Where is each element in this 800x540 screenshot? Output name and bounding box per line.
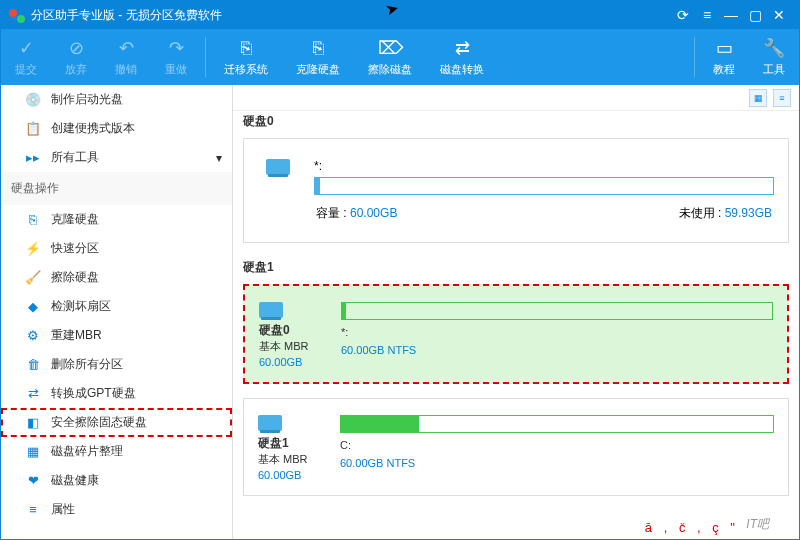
item-icon: ⎘ — [25, 212, 41, 228]
sidebar-op-item-0[interactable]: ⎘克隆硬盘 — [1, 205, 232, 234]
partition-bar — [341, 302, 773, 320]
sidebar-top-item-1[interactable]: 📋创建便携式版本 — [1, 114, 232, 143]
disk1-title: 硬盘1 — [233, 257, 799, 278]
clone-button[interactable]: ⎘克隆硬盘 — [282, 29, 354, 85]
disk-name: 硬盘1 — [258, 435, 289, 452]
part-letter: *: — [341, 326, 348, 338]
maximize-icon[interactable]: ▢ — [743, 3, 767, 27]
disk0-summary[interactable]: *: 容量 : 60.00GB 未使用 : 59.93GB — [243, 138, 789, 243]
item-icon: ◧ — [25, 415, 41, 431]
minimize-icon[interactable]: ― — [719, 3, 743, 27]
item-label: 快速分区 — [51, 240, 99, 257]
disk0-part-label: *: — [314, 159, 774, 173]
wrench-icon: 🔧 — [763, 37, 785, 59]
item-label: 磁盘健康 — [51, 472, 99, 489]
redo-button[interactable]: ↷重做 — [151, 29, 201, 85]
commit-button[interactable]: ✓提交 — [1, 29, 51, 85]
migrate-icon: ⎘ — [241, 37, 252, 59]
chevron-down-icon: ▾ — [216, 151, 222, 165]
item-icon: ⚙ — [25, 328, 41, 344]
check-icon: ✓ — [19, 37, 34, 59]
item-icon: 💿 — [25, 92, 41, 108]
disk-type: 基本 MBR — [259, 339, 309, 354]
item-icon: ≡ — [25, 502, 41, 518]
disk-card-0[interactable]: 硬盘0 基本 MBR 60.00GB *: 60.00GB NTFS — [243, 284, 789, 384]
sidebar-op-item-9[interactable]: ❤磁盘健康 — [1, 466, 232, 495]
undo-icon: ↶ — [119, 37, 134, 59]
disk0-title: 硬盘0 — [233, 111, 799, 132]
item-icon: ◆ — [25, 299, 41, 315]
item-icon: 🧹 — [25, 270, 41, 286]
undo-button[interactable]: ↶撤销 — [101, 29, 151, 85]
wipe-icon: ⌦ — [378, 37, 403, 59]
disk-name: 硬盘0 — [259, 322, 290, 339]
clone-icon: ⎘ — [313, 37, 324, 59]
refresh-icon[interactable]: ⟳ — [671, 3, 695, 27]
item-label: 转换成GPT硬盘 — [51, 385, 136, 402]
item-icon: ▦ — [25, 444, 41, 460]
tools-button[interactable]: 🔧工具 — [749, 29, 799, 85]
sidebar-op-item-4[interactable]: ⚙重建MBR — [1, 321, 232, 350]
item-label: 制作启动光盘 — [51, 91, 123, 108]
item-label: 安全擦除固态硬盘 — [51, 414, 147, 431]
sidebar-op-item-6[interactable]: ⇄转换成GPT硬盘 — [1, 379, 232, 408]
disk-icon — [258, 415, 282, 431]
book-icon: ▭ — [716, 37, 733, 59]
part-info: 60.00GB NTFS — [341, 344, 416, 356]
sidebar-op-item-5[interactable]: 🗑删除所有分区 — [1, 350, 232, 379]
tutorial-button[interactable]: ▭教程 — [699, 29, 749, 85]
sidebar-top-item-0[interactable]: 💿制作启动光盘 — [1, 85, 232, 114]
sidebar-header: 硬盘操作 — [1, 172, 232, 205]
partition-bar — [340, 415, 774, 433]
sidebar: 💿制作启动光盘📋创建便携式版本▸▸所有工具▾ 硬盘操作 ⎘克隆硬盘⚡快速分区🧹擦… — [1, 85, 233, 539]
item-label: 所有工具 — [51, 149, 99, 166]
redo-icon: ↷ — [169, 37, 184, 59]
wipe-button[interactable]: ⌦擦除磁盘 — [354, 29, 426, 85]
view-list-icon[interactable]: ≡ — [773, 89, 791, 107]
window-title: 分区助手专业版 - 无损分区免费软件 — [31, 7, 222, 24]
item-label: 重建MBR — [51, 327, 102, 344]
migrate-button[interactable]: ⎘迁移系统 — [210, 29, 282, 85]
disk-size: 60.00GB — [259, 356, 302, 368]
close-icon[interactable]: ✕ — [767, 3, 791, 27]
watermark: IT吧 — [746, 516, 769, 533]
content-area: ▦ ≡ 硬盘0 *: 容量 : 60.00GB 未使用 : 59.93GB 硬盘… — [233, 85, 799, 539]
item-icon: ❤ — [25, 473, 41, 489]
disk-icon — [266, 159, 290, 175]
item-icon: ⇄ — [25, 386, 41, 402]
item-label: 擦除硬盘 — [51, 269, 99, 286]
disk-icon — [259, 302, 283, 318]
item-label: 删除所有分区 — [51, 356, 123, 373]
sidebar-op-item-10[interactable]: ≡属性 — [1, 495, 232, 524]
ime-candidates[interactable]: ā , č , ç " — [645, 520, 739, 535]
item-label: 创建便携式版本 — [51, 120, 135, 137]
view-grid-icon[interactable]: ▦ — [749, 89, 767, 107]
part-letter: C: — [340, 439, 351, 451]
menu-icon[interactable]: ≡ — [695, 3, 719, 27]
view-toolbar: ▦ ≡ — [233, 85, 799, 111]
discard-button[interactable]: ⊘放弃 — [51, 29, 101, 85]
titlebar: 分区助手专业版 - 无损分区免费软件 ⟳ ≡ ― ▢ ✕ — [1, 1, 799, 29]
item-icon: 📋 — [25, 121, 41, 137]
part-info: 60.00GB NTFS — [340, 457, 415, 469]
sidebar-top-item-2[interactable]: ▸▸所有工具▾ — [1, 143, 232, 172]
sidebar-op-item-8[interactable]: ▦磁盘碎片整理 — [1, 437, 232, 466]
app-logo-icon — [9, 7, 25, 23]
sidebar-op-item-7[interactable]: ◧安全擦除固态硬盘 — [1, 408, 232, 437]
item-label: 克隆硬盘 — [51, 211, 99, 228]
disk-card-1[interactable]: 硬盘1 基本 MBR 60.00GB C: 60.00GB NTFS — [243, 398, 789, 496]
convert-button[interactable]: ⇄磁盘转换 — [426, 29, 498, 85]
disk-type: 基本 MBR — [258, 452, 308, 467]
sidebar-op-item-2[interactable]: 🧹擦除硬盘 — [1, 263, 232, 292]
disk-size: 60.00GB — [258, 469, 301, 481]
sidebar-op-item-1[interactable]: ⚡快速分区 — [1, 234, 232, 263]
sidebar-op-item-3[interactable]: ◆检测坏扇区 — [1, 292, 232, 321]
item-icon: ▸▸ — [25, 150, 41, 166]
item-icon: 🗑 — [25, 357, 41, 373]
item-label: 属性 — [51, 501, 75, 518]
convert-icon: ⇄ — [455, 37, 470, 59]
toolbar: ✓提交 ⊘放弃 ↶撤销 ↷重做 ⎘迁移系统 ⎘克隆硬盘 ⌦擦除磁盘 ⇄磁盘转换 … — [1, 29, 799, 85]
item-label: 磁盘碎片整理 — [51, 443, 123, 460]
cancel-icon: ⊘ — [69, 37, 84, 59]
disk0-usage-bar — [314, 177, 774, 195]
